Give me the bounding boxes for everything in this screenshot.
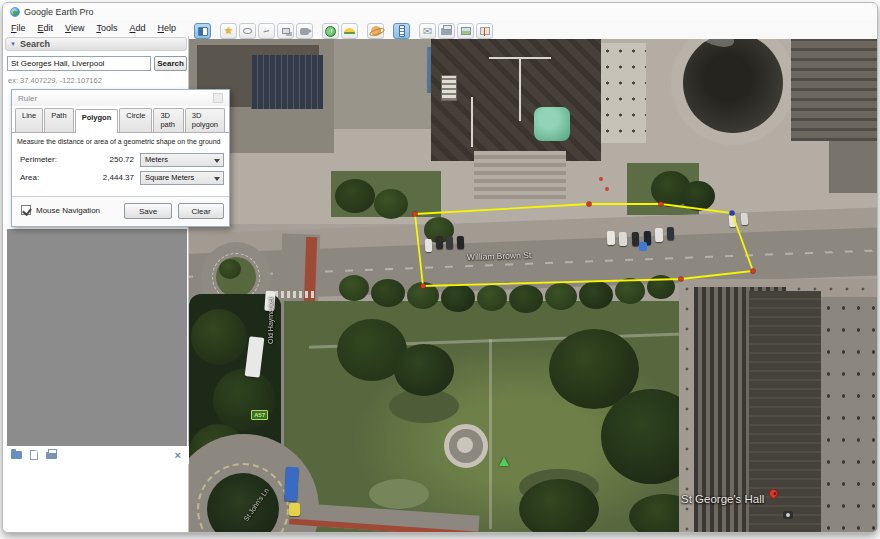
window-title: Google Earth Pro bbox=[24, 7, 94, 17]
switch-planet-button[interactable] bbox=[367, 23, 384, 39]
photo-icon[interactable] bbox=[783, 511, 793, 519]
menu-add[interactable]: Add bbox=[123, 21, 151, 35]
ruler-icon bbox=[399, 25, 405, 37]
email-button[interactable]: ✉ bbox=[419, 23, 436, 39]
menu-view[interactable]: View bbox=[59, 21, 90, 35]
collapse-triangle-icon: ▼ bbox=[10, 41, 16, 47]
tab-circle[interactable]: Circle bbox=[119, 108, 152, 132]
add-to-places-folder-icon[interactable] bbox=[11, 451, 22, 459]
historical-imagery-button[interactable] bbox=[322, 23, 339, 39]
email-icon: ✉ bbox=[423, 26, 432, 36]
tab-path[interactable]: Path bbox=[44, 108, 73, 132]
tab-line[interactable]: Line bbox=[15, 108, 43, 132]
sunlight-icon bbox=[344, 28, 355, 34]
dropdown-arrow-icon bbox=[214, 159, 220, 163]
ruler-dialog-footer: Mouse Navigation Save Clear bbox=[12, 196, 229, 226]
photo-marker-green-icon[interactable] bbox=[499, 457, 509, 466]
polygon-icon bbox=[243, 28, 252, 34]
search-input[interactable] bbox=[7, 56, 151, 71]
hide-sidebar-button[interactable] bbox=[194, 23, 211, 39]
clear-results-close-icon[interactable]: × bbox=[175, 450, 181, 460]
map-imagery bbox=[189, 39, 878, 533]
satellite-map-viewport[interactable]: William Brown St Old Haymarket St John's… bbox=[189, 39, 878, 533]
title-bar: Google Earth Pro bbox=[3, 3, 877, 20]
mouse-navigation-label: Mouse Navigation bbox=[36, 206, 100, 215]
a-road-badge: A57 bbox=[251, 410, 268, 420]
google-earth-logo-icon bbox=[10, 7, 20, 17]
print-button[interactable] bbox=[438, 23, 455, 39]
print-icon bbox=[441, 28, 452, 35]
menu-help[interactable]: Help bbox=[151, 21, 182, 35]
tab-3d-polygon[interactable]: 3D polygon bbox=[185, 108, 225, 132]
menu-edit[interactable]: Edit bbox=[32, 21, 60, 35]
placemark-icon: ★ bbox=[224, 26, 233, 36]
ruler-dialog: Ruler Line Path Polygon Circle 3D path 3… bbox=[11, 89, 230, 227]
ruler-dialog-close-icon[interactable] bbox=[213, 93, 223, 103]
path-icon: ~ bbox=[262, 26, 271, 36]
save-image-icon bbox=[461, 27, 471, 35]
google-maps-icon bbox=[480, 27, 490, 35]
area-value: 2,444.37 bbox=[72, 173, 134, 182]
record-tour-icon bbox=[300, 28, 309, 35]
main-toolbar: ★ ~ ✉ bbox=[194, 23, 495, 39]
save-image-button[interactable] bbox=[457, 23, 474, 39]
tab-3d-path[interactable]: 3D path bbox=[153, 108, 183, 132]
place-label-st-georges-hall[interactable]: St George's Hall bbox=[681, 493, 764, 505]
area-unit-select[interactable]: Square Meters bbox=[140, 171, 224, 185]
sidebar-toggle-icon bbox=[198, 27, 208, 36]
ruler-dialog-titlebar[interactable]: Ruler bbox=[12, 90, 229, 106]
image-overlay-icon bbox=[282, 28, 290, 34]
road-label-old-haymarket: Old Haymarket bbox=[267, 297, 274, 344]
perimeter-value: 250.72 bbox=[72, 155, 134, 164]
mouse-navigation-checkbox[interactable] bbox=[21, 205, 31, 215]
add-path-button[interactable]: ~ bbox=[258, 23, 275, 39]
area-label: Area: bbox=[20, 173, 39, 182]
clear-button[interactable]: Clear bbox=[178, 203, 224, 219]
menu-tools[interactable]: Tools bbox=[90, 21, 123, 35]
search-results-toolbar: × bbox=[3, 446, 189, 464]
ruler-tabs: Line Path Polygon Circle 3D path 3D poly… bbox=[12, 106, 229, 133]
sidebar-empty-panel bbox=[7, 229, 187, 446]
app-window: Google Earth Pro File Edit View Tools Ad… bbox=[2, 2, 878, 533]
copy-results-icon[interactable] bbox=[30, 450, 38, 460]
record-tour-button[interactable] bbox=[296, 23, 313, 39]
planet-icon bbox=[371, 26, 381, 36]
search-example-hint: ex: 37.407229, -122.107162 bbox=[8, 76, 102, 85]
add-image-overlay-button[interactable] bbox=[277, 23, 294, 39]
menu-file[interactable]: File bbox=[5, 21, 32, 35]
search-panel-header[interactable]: ▼ Search bbox=[5, 37, 187, 51]
dropdown-arrow-icon bbox=[214, 177, 220, 181]
perimeter-unit-select[interactable]: Meters bbox=[140, 153, 224, 167]
sunlight-button[interactable] bbox=[341, 23, 358, 39]
add-polygon-button[interactable] bbox=[239, 23, 256, 39]
save-button[interactable]: Save bbox=[124, 203, 172, 219]
search-panel-title: Search bbox=[20, 39, 50, 49]
ruler-button[interactable] bbox=[393, 23, 410, 39]
ruler-description: Measure the distance or area of a geomet… bbox=[12, 133, 229, 145]
search-button[interactable]: Search bbox=[154, 56, 187, 71]
ruler-dialog-title: Ruler bbox=[18, 94, 37, 103]
historical-imagery-icon bbox=[325, 26, 336, 37]
view-in-maps-button[interactable] bbox=[476, 23, 493, 39]
add-placemark-button[interactable]: ★ bbox=[220, 23, 237, 39]
tab-polygon[interactable]: Polygon bbox=[75, 109, 119, 133]
perimeter-label: Perimeter: bbox=[20, 155, 57, 164]
print-results-icon[interactable] bbox=[46, 452, 57, 459]
menu-bar: File Edit View Tools Add Help bbox=[5, 20, 182, 36]
